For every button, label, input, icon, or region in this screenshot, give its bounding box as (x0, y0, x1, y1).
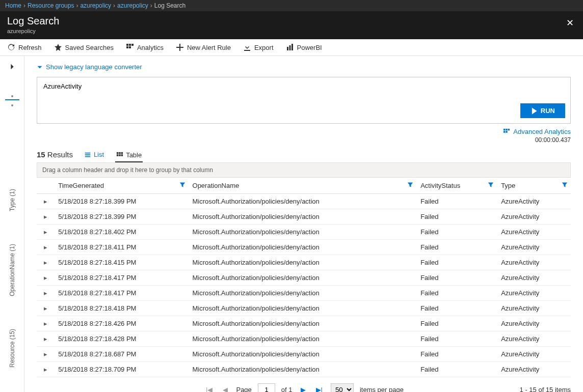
expand-row-button[interactable]: ▸ (37, 255, 54, 270)
pager-last[interactable]: ▶| (314, 385, 325, 392)
expand-row-button[interactable]: ▸ (37, 316, 54, 331)
filter-icon[interactable] (407, 182, 413, 189)
svg-rect-6 (289, 45, 290, 50)
expand-row-button[interactable]: ▸ (37, 209, 54, 225)
cell-activitystatus: Failed (416, 316, 497, 331)
query-input[interactable]: AzureActivity (43, 82, 564, 108)
col-operationname[interactable]: OperationName (189, 178, 417, 194)
cell-activitystatus: Failed (416, 255, 497, 270)
saved-searches-button[interactable]: Saved Searches (54, 43, 114, 51)
group-dropzone[interactable]: Drag a column header and drop it here to… (37, 163, 571, 178)
svg-rect-9 (506, 128, 508, 130)
expand-row-button[interactable]: ▸ (37, 331, 54, 347)
facet-resource[interactable]: Resource (15) (9, 329, 16, 368)
col-activitystatus[interactable]: ActivityStatus (416, 178, 497, 194)
filter-icon[interactable] (179, 182, 186, 189)
facet-operationname[interactable]: OperationName (1) (9, 244, 16, 296)
close-button[interactable]: ✕ (564, 15, 576, 31)
view-list-button[interactable]: List (83, 149, 105, 160)
view-table-button[interactable]: Table (115, 149, 143, 162)
advanced-analytics-link[interactable]: Advanced Analytics (503, 128, 571, 135)
svg-rect-14 (119, 152, 121, 154)
table-row: ▸5/18/2018 8:27:18.411 PMMicrosoft.Autho… (37, 240, 571, 255)
cell-operationname: Microsoft.Authorization/policies/deny/ac… (189, 255, 417, 270)
expand-row-button[interactable]: ▸ (37, 225, 54, 240)
col-timegenerated[interactable]: TimeGenerated (54, 178, 188, 194)
page-title: Log Search (7, 15, 59, 27)
svg-rect-11 (503, 131, 506, 133)
run-button[interactable]: RUN (520, 103, 565, 118)
cell-type: AzureActivity (497, 331, 571, 347)
page-subtitle: azurepolicy (7, 28, 59, 34)
cell-type: AzureActivity (497, 194, 571, 209)
analytics-button[interactable]: Analytics (126, 43, 164, 51)
refresh-button[interactable]: Refresh (7, 43, 42, 51)
pager: |◀ ◀ Page of 1 ▶ ▶| 50 items per page 1 … (37, 377, 571, 392)
expand-row-button[interactable]: ▸ (37, 194, 54, 209)
cell-timegenerated: 5/18/2018 8:27:18.411 PM (54, 240, 188, 255)
cell-operationname: Microsoft.Authorization/policies/deny/ac… (189, 362, 417, 377)
run-label: RUN (541, 107, 555, 115)
pager-summary: 1 - 15 of 15 items (520, 386, 571, 392)
table-row: ▸5/18/2018 8:27:18.399 PMMicrosoft.Autho… (37, 194, 571, 209)
powerbi-icon (286, 43, 294, 51)
query-box: AzureActivity RUN (37, 77, 571, 124)
svg-rect-0 (126, 44, 128, 46)
filter-icon[interactable] (488, 182, 494, 189)
results-bar: 15 Results List Table (37, 149, 571, 163)
svg-rect-5 (287, 47, 288, 50)
breadcrumb-rg-name[interactable]: azurepolicy (80, 2, 111, 9)
cell-type: AzureActivity (497, 255, 571, 270)
list-icon (84, 151, 91, 158)
download-icon (243, 43, 251, 51)
col-type[interactable]: Type (497, 178, 571, 194)
expand-row-button[interactable]: ▸ (37, 347, 54, 362)
breadcrumb-home[interactable]: Home (5, 2, 21, 9)
expand-row-button[interactable]: ▸ (37, 270, 54, 286)
cell-type: AzureActivity (497, 286, 571, 301)
cell-timegenerated: 5/18/2018 8:27:18.428 PM (54, 331, 188, 347)
cell-operationname: Microsoft.Authorization/policies/deny/ac… (189, 225, 417, 240)
pager-size-select[interactable]: 50 (331, 383, 354, 392)
filter-icon[interactable] (562, 182, 568, 189)
svg-rect-15 (121, 152, 123, 154)
pager-prev[interactable]: ◀ (221, 385, 230, 392)
table-row: ▸5/18/2018 8:27:18.402 PMMicrosoft.Autho… (37, 225, 571, 240)
table-row: ▸5/18/2018 8:27:18.417 PMMicrosoft.Autho… (37, 270, 571, 286)
breadcrumb-resource[interactable]: azurepolicy (117, 2, 148, 9)
powerbi-button[interactable]: PowerBI (286, 43, 322, 51)
expand-row-button[interactable]: ▸ (37, 362, 54, 377)
cell-timegenerated: 5/18/2018 8:27:18.417 PM (54, 270, 188, 286)
pager-next[interactable]: ▶ (299, 385, 308, 392)
cell-operationname: Microsoft.Authorization/policies/deny/ac… (189, 209, 417, 225)
legacy-link-label: Show legacy language converter (46, 63, 142, 71)
cell-timegenerated: 5/18/2018 8:27:18.417 PM (54, 286, 188, 301)
pager-page-input[interactable] (258, 383, 275, 392)
expand-row-button[interactable]: ▸ (37, 286, 54, 301)
expand-row-button[interactable]: ▸ (37, 240, 54, 255)
pager-first[interactable]: |◀ (204, 385, 215, 392)
cell-activitystatus: Failed (416, 331, 497, 347)
cell-operationname: Microsoft.Authorization/policies/deny/ac… (189, 270, 417, 286)
results-table: TimeGenerated OperationName ActivityStat… (37, 178, 571, 377)
cell-operationname: Microsoft.Authorization/policies/deny/ac… (189, 286, 417, 301)
breadcrumb-rg[interactable]: Resource groups (28, 2, 74, 9)
table-row: ▸5/18/2018 8:27:18.415 PMMicrosoft.Autho… (37, 255, 571, 270)
powerbi-label: PowerBI (297, 44, 322, 51)
expand-row-button[interactable]: ▸ (37, 301, 54, 316)
analytics-icon (126, 43, 134, 51)
toolbar: Refresh Saved Searches Analytics New Ale… (0, 39, 583, 56)
analytics-icon (503, 128, 510, 135)
expand-sidebar-button[interactable] (9, 63, 16, 72)
facet-type[interactable]: Type (1) (9, 189, 16, 211)
legacy-converter-link[interactable]: Show legacy language converter (37, 63, 571, 71)
new-alert-button[interactable]: New Alert Rule (176, 43, 231, 51)
export-button[interactable]: Export (243, 43, 274, 51)
view-table-label: Table (126, 151, 142, 159)
cell-timegenerated: 5/18/2018 8:27:18.709 PM (54, 362, 188, 377)
cell-type: AzureActivity (497, 316, 571, 331)
svg-rect-16 (117, 154, 119, 156)
cell-type: AzureActivity (497, 270, 571, 286)
cell-timegenerated: 5/18/2018 8:27:18.418 PM (54, 301, 188, 316)
sidebar-timeline-icon (5, 99, 19, 100)
